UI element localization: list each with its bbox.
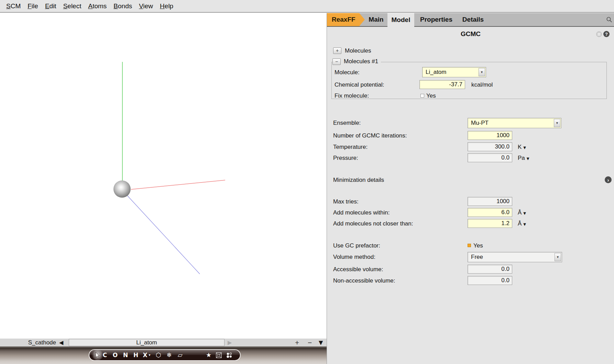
collapse-group-button[interactable]: − [332,58,341,65]
chemical-potential-unit: kcal/mol [471,81,493,88]
max-tries-input[interactable]: 1000 [468,197,512,206]
pressure-input[interactable]: 0.0 [468,153,512,162]
pressure-label: Pressure: [333,155,358,162]
iterations-label: Number of GCMC iterations: [333,132,407,139]
settings-panel: ReaxFF Main Model Properties Details GCM… [327,13,614,364]
add-not-closer-label: Add molecules not closer than: [333,220,413,227]
gc-prefactor-checkbox[interactable] [468,244,471,247]
molecules-group-legend: − Molecules #1 [332,58,381,65]
volume-method-select-arrow-icon[interactable]: ▼ [555,253,561,261]
tool-hydrogen[interactable]: H [133,350,139,360]
max-tries-label: Max tries: [333,198,359,205]
fix-molecule-label: Fix molecule: [335,92,369,99]
menu-bonds[interactable]: Bonds [110,2,135,10]
tab-properties[interactable]: Properties [416,13,457,26]
menu-bar: SCM File Edit Select Atoms Bonds View He… [0,0,614,13]
molecule-nav-bar: S_cathode ◀ Li_atom ▶ + − ▼ [0,339,327,348]
help-icon[interactable]: ? [603,31,610,37]
pressure-unit-select[interactable]: Pa ▼ [518,155,529,162]
gc-prefactor-option-label[interactable]: Yes [473,242,483,249]
cell-tool-icon[interactable] [216,352,222,358]
menu-view[interactable]: View [135,2,156,10]
tab-bar: ReaxFF Main Model Properties Details [327,13,614,27]
molecule-fragments-icon[interactable] [226,352,232,358]
fix-molecule-option-label[interactable]: Yes [426,92,436,99]
element-x-dropdown-icon[interactable]: ▾ [148,350,151,360]
fix-molecule-checkbox[interactable] [420,94,424,98]
molecule-menu-button[interactable]: ▼ [319,339,323,346]
search-icon[interactable] [606,16,613,23]
axes-lines [0,13,327,339]
molecule-select-arrow-icon[interactable]: ▼ [479,68,485,76]
page-title: GCMC [327,30,614,38]
axis-z-blue [124,192,200,274]
menu-scm[interactable]: SCM [3,2,24,10]
non-accessible-volume-label: Non-accessible volume: [333,277,395,284]
add-molecule-button[interactable]: + [295,339,299,346]
iterations-input[interactable]: 1000 [468,131,512,140]
add-within-label: Add molecules within: [333,209,390,216]
accessible-volume-label: Accessible volume: [333,266,383,273]
menu-edit[interactable]: Edit [42,2,60,10]
minimization-details-chevron-icon[interactable]: › [605,176,612,183]
ensemble-select-arrow-icon[interactable]: ▼ [554,119,560,127]
axis-x-red [131,180,225,189]
menu-atoms[interactable]: Atoms [85,2,110,10]
plane-tool-icon[interactable]: ▱ [176,350,184,360]
temperature-label: Temperature: [333,144,368,151]
tool-element-x[interactable]: X [142,350,148,360]
add-within-unit-select[interactable]: Å ▼ [518,209,526,216]
3d-viewport[interactable] [0,13,327,339]
molecule-select[interactable]: Li_atom ▼ [422,67,486,77]
remove-molecule-button[interactable]: − [308,339,312,346]
add-molecules-button[interactable]: + [333,47,341,54]
ensemble-select-value: Mu-PT [471,120,489,126]
temperature-unit-arrow-icon: ▼ [523,146,526,150]
menu-file[interactable]: File [24,2,42,10]
prev-molecule-button[interactable]: ◀ [59,339,63,346]
ensemble-label: Ensemble: [333,120,361,126]
chemical-potential-input[interactable]: -37.7 [419,80,465,89]
freeze-tool-icon[interactable]: ❄ [165,350,173,360]
star-tool-icon[interactable]: ★ [205,350,212,360]
add-not-closer-unit-select[interactable]: Å ▼ [518,220,526,227]
add-molecules-label: Molecules [345,47,371,54]
minimization-details-link[interactable]: Minimization details [333,177,384,184]
chemical-potential-label: Chemical potential: [335,81,384,88]
ensemble-select[interactable]: Mu-PT ▼ [468,118,561,128]
add-within-input[interactable]: 6.0 [468,208,512,217]
current-molecule-field[interactable]: Li_atom [69,339,224,346]
non-accessible-volume-input[interactable]: 0.0 [468,276,512,285]
application-window: SCM File Edit Select Atoms Bonds View He… [0,0,614,364]
tab-main[interactable]: Main [365,13,387,26]
volume-method-select[interactable]: Free ▼ [468,252,562,262]
molecule-select-value: Li_atom [426,69,446,76]
tool-nitrogen[interactable]: N [122,350,129,360]
tab-reaxff[interactable]: ReaxFF [327,13,365,26]
element-toolbar: C O N H X ▾ ⬡ ❄ ▱ ★ [89,349,241,361]
atom-sphere[interactable] [113,180,131,198]
menu-select[interactable]: Select [60,2,85,10]
temperature-input[interactable]: 300.0 [468,142,512,151]
panel-menu-icon[interactable] [596,31,602,37]
add-within-unit-arrow-icon: ▼ [523,211,526,215]
temperature-unit-select[interactable]: K ▼ [518,144,526,151]
tool-carbon[interactable]: C [102,350,108,360]
next-molecule-button[interactable]: ▶ [228,339,232,346]
add-not-closer-input[interactable]: 1.2 [468,219,512,228]
add-not-closer-unit-arrow-icon: ▼ [523,222,526,226]
accessible-volume-input[interactable]: 0.0 [468,265,512,274]
molecules-group-title: Molecules #1 [344,58,378,65]
pressure-unit-value: Pa [518,155,525,162]
tool-oxygen[interactable]: O [112,350,118,360]
volume-method-label: Volume method: [333,254,375,261]
select-cursor-icon[interactable] [95,352,100,359]
molecule-label: Molecule: [335,69,360,76]
tab-model[interactable]: Model [387,13,414,27]
temperature-unit-value: K [518,144,522,151]
volume-method-select-value: Free [471,254,483,261]
pressure-unit-arrow-icon: ▼ [527,157,529,161]
ring-tool-icon[interactable]: ⬡ [155,350,162,360]
tab-details[interactable]: Details [460,13,486,26]
menu-help[interactable]: Help [156,2,177,10]
